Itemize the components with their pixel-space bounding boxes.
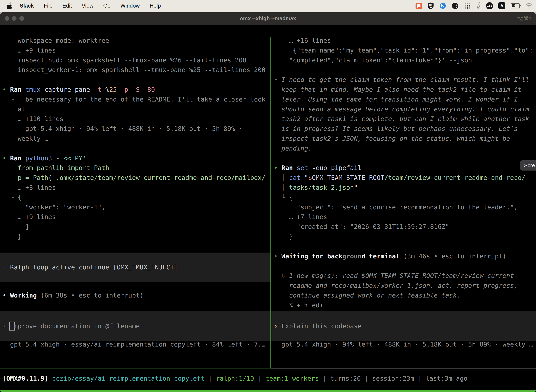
- dots-grid-icon[interactable]: [464, 2, 471, 9]
- terminal-line: • Ran python3 - <<'PY': [0, 154, 270, 164]
- terminal-text-segment: later. Using the same for transition mig…: [274, 96, 518, 103]
- menu-item-file[interactable]: File: [44, 3, 53, 9]
- terminal-line: … +9 lines: [0, 47, 270, 56]
- terminal-line: }: [0, 233, 270, 243]
- battery-charging-icon[interactable]: [511, 3, 520, 9]
- terminal-line: "completed","claim_token":"claim-token"}…: [271, 56, 536, 66]
- terminal-text-segment: •: [2, 292, 10, 299]
- moon-circle-icon[interactable]: [452, 2, 459, 9]
- terminal-text-segment: capture-pane: [44, 86, 94, 93]
- menu-item-go[interactable]: Go: [103, 3, 110, 9]
- terminal-line: [0, 76, 270, 86]
- menu-item-window[interactable]: Window: [120, 3, 140, 9]
- terminal-text-segment: readme-and-reco/mailbox/worker-1.json, a…: [274, 282, 518, 289]
- terminal-text-segment: Ralph loop active continue [OMX_TMUX_INJ…: [10, 264, 178, 271]
- apple-menu-icon[interactable]: [6, 2, 12, 9]
- terminal-line: pending.: [271, 145, 536, 154]
- terminal-text-segment: Waiting for back: [281, 252, 342, 260]
- terminal-text-segment: {: [289, 194, 293, 201]
- terminal-text-segment: │: [2, 184, 18, 191]
- terminal-text-segment: turns:20: [330, 375, 361, 382]
- terminal-text-segment: └: [2, 194, 18, 201]
- hook-curve-icon[interactable]: [476, 2, 481, 10]
- terminal-text-segment: inspect task2's JSON, focusing on the st…: [274, 135, 510, 142]
- terminal-line: inspect_hud: omx sparkshell --tmux-pane …: [0, 56, 270, 66]
- screen-recording-indicator-icon[interactable]: [416, 3, 422, 9]
- badge-61-icon[interactable]: ..61: [486, 2, 493, 9]
- terminal-text-segment: -: [56, 154, 63, 162]
- terminal-text-segment: •: [274, 76, 281, 83]
- terminal-text-segment: gpt-5.4 xhigh · 94% left · 488K in · 5.1…: [2, 125, 243, 132]
- terminal-text-segment: gpt-5.4 xhigh · essay/ai-reimplementatio…: [2, 341, 266, 348]
- terminal-line: │ … +3 lines: [0, 184, 270, 194]
- terminal-text-segment: continue assigned work or next feasible …: [274, 292, 460, 299]
- terminal-text-segment: │: [274, 184, 289, 191]
- terminal-line: '{"team_name":"my-team","task_id":"1","f…: [271, 47, 536, 56]
- terminal-text-segment: I need to get the claim token from the c…: [281, 76, 529, 83]
- terminal-text-segment: last:3m ago: [426, 375, 467, 382]
- terminal-line: ⌥ + ↑ edit: [271, 302, 536, 311]
- terminal-line: [0, 243, 270, 252]
- terminal-text-segment: p = Path('.omx/state/team/review-current…: [18, 174, 266, 181]
- terminal-text-segment: Ran: [10, 86, 25, 93]
- input-source-icon[interactable]: A: [498, 2, 505, 9]
- terminal-text-segment: "created_at": "2026-03-31T11:59:27.816Z": [274, 223, 449, 230]
- screen-notification-text: Scre: [524, 163, 535, 168]
- terminal-line: [271, 66, 536, 76]
- screen-notification-sliver[interactable]: Scre: [520, 160, 536, 171]
- terminal-text-segment: "subject": "send a concise recommendatio…: [274, 204, 518, 211]
- terminal-text-segment: … +7 lines: [274, 213, 327, 220]
- menu-items: FileEditViewGoWindowHelp: [44, 3, 161, 9]
- terminal-text-segment: •: [2, 154, 10, 162]
- menu-item-view[interactable]: View: [81, 3, 93, 9]
- menu-item-help[interactable]: Help: [150, 3, 161, 9]
- terminal-text-segment: mprove documentation in @filename: [14, 322, 140, 330]
- tmux-pane-left[interactable]: workspace_mode: worktree … +9 lines insp…: [0, 37, 270, 356]
- terminal-line: gpt-5.4 xhigh · 94% left · 488K in · 5.1…: [0, 125, 270, 135]
- terminal-text-segment: |: [254, 375, 266, 382]
- terminal-line: │ cat "$OMX_TEAM_STATE_ROOT/team/review-…: [271, 174, 536, 184]
- terminal-text-segment: (3m 46s • esc to interrupt): [403, 252, 506, 260]
- blue-badge-icon[interactable]: [439, 2, 446, 9]
- tmux-status-bar: [omx-cczip0:bash* "MacBook-Pro-44.local"…: [0, 390, 536, 392]
- active-app-name[interactable]: Slack: [20, 3, 34, 9]
- terminal-line: │ tasks/task-2.json": [271, 184, 536, 194]
- prompt-input-band[interactable]: › Improve documentation in @filename: [0, 311, 270, 341]
- terminal-line: "worker": "worker-1",: [0, 204, 270, 213]
- terminal-text-segment: │: [274, 174, 289, 181]
- notice-band: › Ralph loop active continue [OMX_TMUX_I…: [0, 252, 270, 282]
- terminal-text-segment: ›: [2, 322, 10, 330]
- terminal-text-segment: team:1 workers: [266, 375, 319, 382]
- terminal-line: }: [271, 233, 536, 243]
- terminal-text-segment: groun: [342, 252, 361, 260]
- terminal-line: └ be necessary for the end of the README…: [0, 96, 270, 106]
- terminal-text-segment: -t: [94, 86, 105, 93]
- terminal-text-segment: gpt-5.4 xhigh · 94% left · 488K in · 5.1…: [274, 341, 533, 348]
- terminal-line: … +7 lines: [271, 213, 536, 223]
- prompt-input-band[interactable]: › Explain this codebase: [271, 311, 536, 341]
- terminal-text-segment: … +9 lines: [2, 213, 56, 220]
- menu-item-edit[interactable]: Edit: [62, 3, 72, 9]
- window-shortcut-badge: ⌥⌘1: [517, 12, 531, 25]
- terminal-line: ]: [0, 223, 270, 233]
- pane-separator[interactable]: [270, 37, 271, 369]
- window-titlebar[interactable]: omx --xhigh --madmax ⌥⌘1: [0, 12, 536, 25]
- tmux-pane-right[interactable]: … +16 lines '{"team_name":"my-team","tas…: [271, 37, 536, 356]
- terminal-line: [271, 262, 536, 272]
- wifi-icon[interactable]: [525, 3, 533, 9]
- terminal-line: inspect task2's JSON, focusing on the st…: [271, 135, 536, 145]
- terminal-text-segment: 1 new msg(s): read $OMX_TEAM_STATE_ROOT/…: [289, 272, 518, 279]
- terminal-text-segment: <<'PY': [63, 154, 86, 162]
- terminal-text-segment: task2 after task1 is complete, but can I…: [274, 115, 529, 122]
- input-source-label: A: [500, 3, 503, 8]
- terminal-text-segment: inspect_worker-1: omx sparkshell --tmux-…: [2, 66, 266, 73]
- shield-grid-icon[interactable]: [427, 2, 434, 9]
- terminal-text-segment: ]: [2, 223, 29, 230]
- desktop: Slack FileEditViewGoWindowHelp: [0, 0, 536, 392]
- terminal-text-segment: cczip/essay/ai-reimplementation-copyleft: [52, 375, 205, 382]
- right-pane-bottom-border: [271, 368, 536, 369]
- terminal-text-segment: -euo pipefail: [312, 164, 362, 171]
- terminal-text-segment: │: [2, 174, 18, 181]
- terminal-text-segment: {: [18, 194, 22, 201]
- terminal-text-segment: Explain this codebase: [281, 322, 361, 330]
